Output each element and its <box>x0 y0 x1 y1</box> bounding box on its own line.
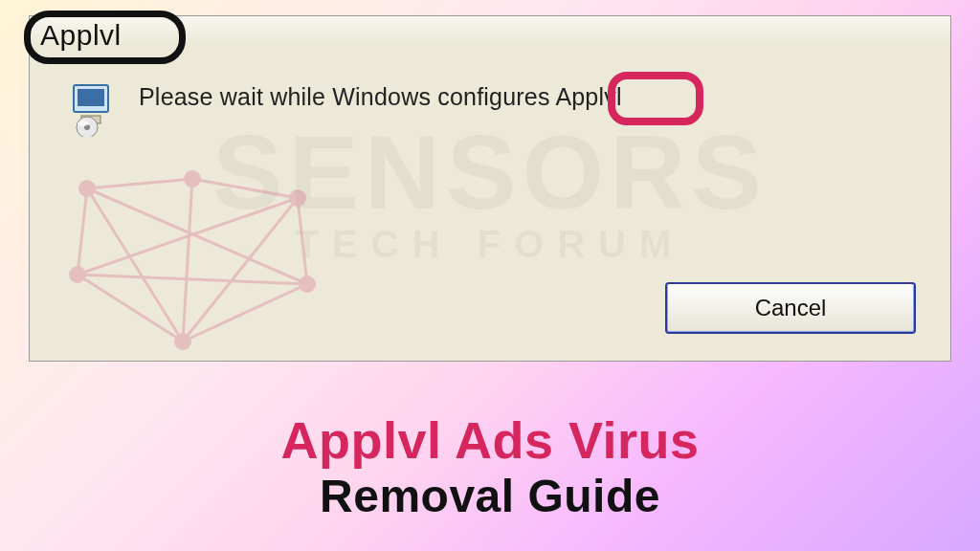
svg-line-4 <box>78 275 183 342</box>
headline: Applvl Ads Virus Removal Guide <box>0 410 980 522</box>
message-prefix: Please wait while Windows configures <box>139 83 555 110</box>
dialog-message: Please wait while Windows configures App… <box>139 83 622 111</box>
dialog-body: SENSORS TECH FORUM <box>30 16 950 361</box>
watermark-line2: TECH FORUM <box>296 223 685 266</box>
installer-icon <box>68 83 122 137</box>
svg-line-10 <box>87 188 307 284</box>
cancel-button[interactable]: Cancel <box>665 282 916 334</box>
svg-line-3 <box>298 198 307 284</box>
svg-point-17 <box>174 333 191 350</box>
svg-line-9 <box>78 275 307 284</box>
svg-point-13 <box>184 170 201 187</box>
svg-point-23 <box>78 121 89 126</box>
svg-line-1 <box>192 179 298 198</box>
svg-rect-19 <box>78 89 104 106</box>
headline-line1: Applvl Ads Virus <box>0 410 980 470</box>
watermark-network-icon <box>58 160 326 370</box>
svg-line-0 <box>87 179 192 188</box>
svg-line-5 <box>183 284 307 342</box>
svg-point-16 <box>299 276 316 293</box>
svg-line-11 <box>183 198 298 342</box>
highlight-applvl <box>608 72 703 125</box>
svg-point-14 <box>289 189 306 207</box>
installer-dialog: SENSORS TECH FORUM <box>29 15 951 362</box>
message-product: Applvl <box>555 83 621 110</box>
message-row: Please wait while Windows configures App… <box>68 83 912 137</box>
cancel-button-label: Cancel <box>755 295 827 321</box>
svg-line-8 <box>183 179 192 342</box>
svg-point-15 <box>69 266 86 283</box>
headline-line2: Removal Guide <box>0 470 980 522</box>
page-canvas: SENSORS TECH FORUM <box>0 0 980 551</box>
svg-point-12 <box>78 180 96 197</box>
svg-line-2 <box>78 188 87 275</box>
